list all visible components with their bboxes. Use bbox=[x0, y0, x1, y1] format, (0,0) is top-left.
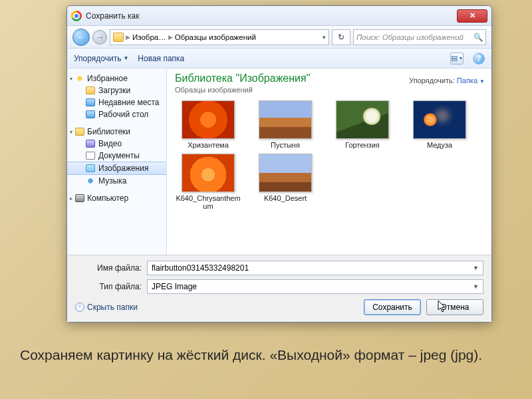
toolbar: Упорядочить ▼ Новая папка ▤▼ ? bbox=[67, 49, 491, 68]
sort-control[interactable]: Упорядочить: Папка ▼ bbox=[409, 76, 485, 84]
chevron-down-icon[interactable]: ▼ bbox=[473, 283, 479, 290]
folder-icon bbox=[86, 86, 95, 94]
folder-icon bbox=[113, 33, 124, 42]
video-icon bbox=[86, 140, 95, 148]
library-title: Библиотека "Изображения" bbox=[175, 72, 310, 84]
chevron-down-icon[interactable]: ▾ bbox=[323, 34, 326, 41]
sidebar-item-recent[interactable]: Недавние места bbox=[67, 96, 166, 108]
chevron-down-icon[interactable]: ▼ bbox=[473, 265, 479, 271]
chevron-down-icon: ▾ bbox=[70, 129, 72, 135]
filetype-field[interactable]: JPEG Image▼ bbox=[147, 279, 483, 294]
organize-menu[interactable]: Упорядочить ▼ bbox=[74, 54, 128, 63]
dialog-title: Сохранить как bbox=[86, 11, 139, 21]
music-icon bbox=[86, 177, 95, 185]
bottom-panel: Имя файла: flairbutton03145332498201▼ Ти… bbox=[67, 255, 491, 322]
thumbnail-item[interactable]: Пустыня bbox=[252, 100, 319, 150]
search-input[interactable]: Поиск: Образцы изображений 🔍 bbox=[353, 29, 486, 45]
sidebar: ▾Избранное Загрузки Недавние места Рабоч… bbox=[67, 68, 167, 255]
sidebar-computer[interactable]: ▸Компьютер bbox=[67, 192, 166, 204]
thumbnail-image bbox=[182, 100, 235, 139]
hide-folders-toggle[interactable]: ˄Скрыть папки bbox=[75, 303, 138, 312]
chrome-icon bbox=[71, 11, 82, 21]
help-icon[interactable]: ? bbox=[473, 53, 485, 65]
filename-field[interactable]: flairbutton03145332498201▼ bbox=[147, 261, 483, 275]
sidebar-item-desktop[interactable]: Рабочий стол bbox=[67, 108, 166, 120]
sidebar-item-images[interactable]: Изображения bbox=[67, 162, 166, 175]
thumbnail-item[interactable]: Гортензия bbox=[329, 100, 396, 150]
libraries-icon bbox=[75, 128, 84, 136]
cancel-button[interactable]: Отмена bbox=[426, 299, 483, 315]
dialog-body: ▾Избранное Загрузки Недавние места Рабоч… bbox=[67, 68, 491, 255]
desktop-icon bbox=[86, 110, 95, 118]
thumbnail-item[interactable]: Хризантема bbox=[175, 100, 241, 150]
close-button[interactable]: ✕ bbox=[457, 9, 487, 23]
computer-icon bbox=[75, 194, 84, 202]
sidebar-item-documents[interactable]: Документы bbox=[67, 150, 166, 162]
document-icon bbox=[86, 152, 95, 160]
search-placeholder: Поиск: Образцы изображений bbox=[356, 33, 464, 41]
recent-icon bbox=[86, 98, 95, 106]
search-icon: 🔍 bbox=[473, 33, 483, 42]
nav-back-button[interactable]: ← bbox=[72, 29, 90, 46]
sidebar-item-video[interactable]: Видео bbox=[67, 138, 166, 150]
nav-row: ← → ▶ Изобра… ▶ Образцы изображений ▾ ↻ … bbox=[67, 26, 491, 49]
chevron-down-icon: ▾ bbox=[70, 76, 72, 82]
chevron-up-icon: ˄ bbox=[75, 303, 84, 312]
chevron-down-icon: ▼ bbox=[123, 55, 128, 61]
breadcrumb[interactable]: ▶ Изобра… ▶ Образцы изображений ▾ bbox=[110, 29, 329, 45]
breadcrumb-seg1[interactable]: Изобра… bbox=[132, 33, 166, 41]
filename-label: Имя файла: bbox=[75, 263, 142, 273]
filetype-label: Тип файла: bbox=[75, 282, 142, 291]
thumbnail-grid: Хризантема Пустыня Гортензия Медуза K640… bbox=[175, 100, 485, 211]
thumbnail-image bbox=[413, 100, 466, 139]
sidebar-item-music[interactable]: Музыка bbox=[67, 175, 166, 187]
sidebar-favorites[interactable]: ▾Избранное bbox=[67, 72, 166, 84]
chevron-right-icon: ▶ bbox=[168, 34, 173, 41]
thumbnail-item[interactable]: K640_Chrysanthemum bbox=[175, 154, 241, 211]
sidebar-item-downloads[interactable]: Загрузки bbox=[67, 84, 166, 96]
chevron-right-icon: ▶ bbox=[126, 34, 130, 41]
library-subtitle: Образцы изображений bbox=[175, 86, 310, 94]
star-icon bbox=[75, 74, 84, 82]
slide-caption: Сохраняем картинку на жёсткий диск. «Вых… bbox=[20, 346, 512, 364]
content-pane: Библиотека "Изображения" Образцы изображ… bbox=[167, 68, 491, 255]
chevron-right-icon: ▸ bbox=[70, 196, 72, 201]
thumbnail-image bbox=[336, 100, 389, 139]
new-folder-button[interactable]: Новая папка bbox=[138, 54, 184, 63]
save-button[interactable]: Сохранить bbox=[364, 299, 421, 315]
images-icon bbox=[86, 164, 95, 172]
breadcrumb-seg2[interactable]: Образцы изображений bbox=[175, 33, 256, 41]
view-mode-button[interactable]: ▤▼ bbox=[450, 53, 464, 65]
refresh-button[interactable]: ↻ bbox=[332, 29, 350, 45]
thumbnail-item[interactable]: Медуза bbox=[406, 100, 473, 150]
sidebar-libraries[interactable]: ▾Библиотеки bbox=[67, 126, 166, 138]
thumbnail-image bbox=[259, 100, 312, 139]
save-as-dialog: Сохранить как ✕ ← → ▶ Изобра… ▶ Образцы … bbox=[66, 5, 492, 323]
thumbnail-image bbox=[259, 154, 312, 192]
thumbnail-image bbox=[182, 154, 235, 192]
nav-forward-button[interactable]: → bbox=[92, 30, 107, 45]
titlebar[interactable]: Сохранить как ✕ bbox=[67, 6, 491, 26]
chevron-down-icon: ▼ bbox=[479, 78, 485, 84]
thumbnail-item[interactable]: K640_Desert bbox=[252, 154, 319, 211]
